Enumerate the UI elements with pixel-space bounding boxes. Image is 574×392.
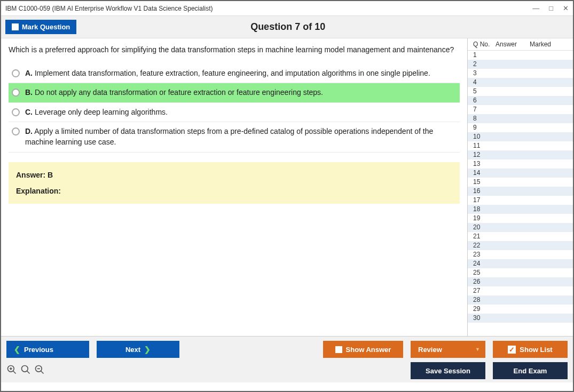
window-controls: — □ ✕ bbox=[532, 4, 569, 12]
show-list-label: Show List bbox=[520, 346, 552, 354]
radio-icon bbox=[12, 89, 20, 97]
list-row[interactable]: 5 bbox=[468, 87, 573, 96]
question-pane: Which is a preferred approach for simpli… bbox=[1, 38, 467, 336]
end-exam-button[interactable]: End Exam bbox=[493, 362, 568, 379]
close-icon[interactable]: ✕ bbox=[563, 4, 569, 12]
list-row[interactable]: 6 bbox=[468, 96, 573, 105]
radio-icon bbox=[12, 69, 20, 77]
previous-label: Previous bbox=[24, 346, 53, 354]
mark-question-label: Mark Question bbox=[22, 23, 70, 31]
titlebar: IBM C1000-059 (IBM AI Enterprise Workflo… bbox=[1, 1, 573, 16]
zoom-in-icon[interactable] bbox=[6, 364, 17, 378]
list-row[interactable]: 4 bbox=[468, 78, 573, 87]
list-row[interactable]: 16 bbox=[468, 187, 573, 196]
question-text: Which is a preferred approach for simpli… bbox=[9, 45, 460, 55]
checkbox-empty-icon bbox=[335, 346, 342, 353]
save-session-label: Save Session bbox=[426, 367, 470, 375]
answer-box: Answer: B Explanation: bbox=[9, 162, 460, 204]
choice-b[interactable]: B. Do not apply any data transformation … bbox=[9, 83, 460, 103]
show-answer-label: Show Answer bbox=[346, 346, 391, 354]
checkbox-checked-icon: ✓ bbox=[508, 346, 516, 354]
choice-d[interactable]: D. Apply a limited number of data transf… bbox=[9, 122, 460, 152]
list-row[interactable]: 1 bbox=[468, 51, 573, 60]
zoom-controls bbox=[6, 364, 45, 378]
svg-line-5 bbox=[27, 371, 30, 373]
choice-text: C. Leverage only deep learning algorithm… bbox=[25, 107, 168, 118]
maximize-icon[interactable]: □ bbox=[549, 4, 553, 12]
main-area: Which is a preferred approach for simpli… bbox=[1, 38, 573, 336]
list-row[interactable]: 24 bbox=[468, 259, 573, 268]
chevron-down-icon: ▼ bbox=[475, 347, 480, 352]
explanation-label: Explanation: bbox=[16, 187, 452, 195]
radio-icon bbox=[12, 127, 20, 135]
next-label: Next bbox=[125, 346, 140, 354]
list-row[interactable]: 11 bbox=[468, 141, 573, 150]
col-qno: Q No. bbox=[473, 41, 496, 48]
zoom-reset-icon[interactable] bbox=[20, 364, 31, 378]
list-row[interactable]: 26 bbox=[468, 277, 573, 286]
list-row[interactable]: 13 bbox=[468, 159, 573, 169]
col-answer: Answer bbox=[496, 41, 530, 48]
header-row: Mark Question Question 7 of 10 bbox=[1, 16, 573, 38]
show-answer-button[interactable]: Show Answer bbox=[323, 341, 403, 358]
show-list-button[interactable]: ✓ Show List bbox=[493, 341, 568, 358]
list-row[interactable]: 10 bbox=[468, 132, 573, 141]
footer: ❮ Previous Next ❯ Show Answer Review ▼ ✓… bbox=[1, 336, 573, 382]
next-button[interactable]: Next ❯ bbox=[97, 341, 179, 358]
list-body[interactable]: 1 2 3 4 5 6 7 8 9 10 11 12 13 14 15 16 1… bbox=[468, 51, 573, 336]
chevron-right-icon: ❯ bbox=[144, 345, 151, 354]
svg-line-1 bbox=[13, 371, 16, 373]
list-row[interactable]: 29 bbox=[468, 305, 573, 314]
svg-line-7 bbox=[41, 371, 44, 373]
list-row[interactable]: 17 bbox=[468, 196, 573, 205]
footer-row-1: ❮ Previous Next ❯ Show Answer Review ▼ ✓… bbox=[6, 341, 568, 358]
list-row[interactable]: 2 bbox=[468, 60, 573, 69]
list-row[interactable]: 23 bbox=[468, 250, 573, 259]
end-exam-label: End Exam bbox=[514, 367, 547, 375]
question-list-panel: Q No. Answer Marked 1 2 3 4 5 6 7 8 9 10… bbox=[467, 38, 573, 336]
list-row[interactable]: 27 bbox=[468, 286, 573, 295]
question-counter: Question 7 of 10 bbox=[76, 21, 499, 33]
checkbox-empty-icon bbox=[12, 23, 19, 30]
list-row[interactable]: 12 bbox=[468, 150, 573, 159]
list-row[interactable]: 7 bbox=[468, 105, 573, 114]
chevron-left-icon: ❮ bbox=[14, 345, 20, 354]
answer-line: Answer: B bbox=[16, 171, 452, 179]
list-row[interactable]: 9 bbox=[468, 123, 573, 132]
choice-text: B. Do not apply any data transformation … bbox=[25, 87, 323, 98]
mark-question-button[interactable]: Mark Question bbox=[5, 20, 76, 34]
list-row[interactable]: 14 bbox=[468, 169, 573, 178]
list-row[interactable]: 20 bbox=[468, 223, 573, 232]
choice-a[interactable]: A. Implement data transformation, featur… bbox=[9, 64, 460, 84]
footer-row-2: Save Session End Exam bbox=[6, 362, 568, 379]
choice-text: D. Apply a limited number of data transf… bbox=[25, 126, 457, 147]
minimize-icon[interactable]: — bbox=[532, 4, 539, 12]
list-row[interactable]: 22 bbox=[468, 241, 573, 250]
review-button[interactable]: Review ▼ bbox=[411, 341, 485, 358]
list-row[interactable]: 15 bbox=[468, 178, 573, 187]
list-row[interactable]: 30 bbox=[468, 314, 573, 323]
save-session-button[interactable]: Save Session bbox=[411, 362, 485, 379]
svg-point-4 bbox=[22, 365, 28, 372]
review-label: Review bbox=[418, 346, 442, 354]
choice-text: A. Implement data transformation, featur… bbox=[25, 68, 430, 79]
previous-button[interactable]: ❮ Previous bbox=[6, 341, 89, 358]
list-header: Q No. Answer Marked bbox=[468, 38, 573, 51]
radio-icon bbox=[12, 108, 20, 116]
list-row[interactable]: 21 bbox=[468, 232, 573, 241]
col-marked: Marked bbox=[530, 41, 570, 48]
list-row[interactable]: 18 bbox=[468, 205, 573, 214]
list-row[interactable]: 19 bbox=[468, 214, 573, 223]
list-row[interactable]: 25 bbox=[468, 268, 573, 277]
list-row[interactable]: 28 bbox=[468, 295, 573, 305]
list-row[interactable]: 8 bbox=[468, 114, 573, 123]
list-row[interactable]: 3 bbox=[468, 69, 573, 78]
window-title: IBM C1000-059 (IBM AI Enterprise Workflo… bbox=[5, 5, 213, 12]
zoom-out-icon[interactable] bbox=[34, 364, 45, 378]
choice-c[interactable]: C. Leverage only deep learning algorithm… bbox=[9, 103, 460, 123]
